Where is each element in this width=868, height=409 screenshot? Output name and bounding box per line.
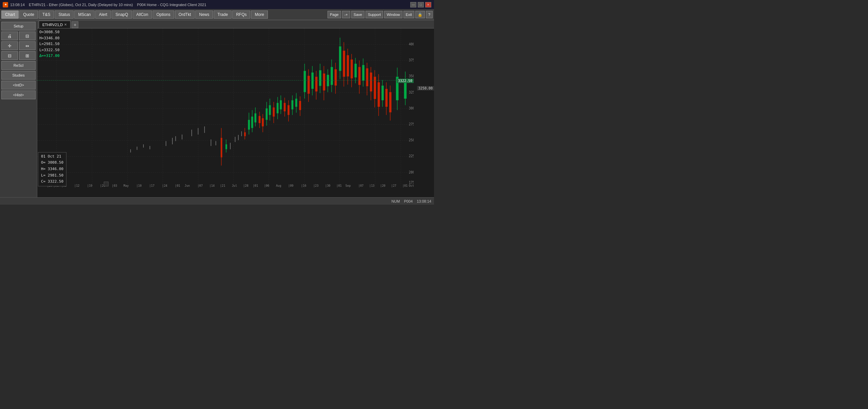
menu-mscan[interactable]: MScan [74, 11, 94, 19]
svg-text:|10: |10 [136, 184, 141, 187]
print-button[interactable]: 🖨 [1, 32, 18, 40]
menu-news[interactable]: News [195, 11, 213, 19]
svg-text:2750.00: 2750.00 [409, 122, 414, 126]
move-button[interactable]: ⇔ [19, 41, 36, 50]
svg-text:2500.00: 2500.00 [409, 138, 414, 142]
svg-rect-104 [319, 70, 321, 86]
svg-rect-101 [315, 77, 318, 91]
menu-options[interactable]: Options [153, 11, 174, 19]
svg-text:|07: |07 [358, 184, 363, 187]
sync-button[interactable]: ⊟ [19, 32, 36, 40]
menu-more[interactable]: More [251, 11, 268, 19]
zoom-in-button[interactable]: ⊞ [19, 51, 36, 60]
svg-rect-71 [277, 103, 279, 114]
svg-text:2250.00: 2250.00 [409, 154, 414, 158]
menu-quote[interactable]: Quote [19, 11, 38, 19]
svg-text:|20: |20 [380, 184, 385, 187]
svg-rect-131 [354, 64, 357, 77]
chart-canvas[interactable]: 4000.00 3750.00 3500.00 3250.00 3000.00 … [37, 28, 414, 188]
svg-rect-140 [366, 68, 369, 86]
svg-rect-125 [347, 55, 349, 77]
title-instrument: Ether (Globex) [49, 3, 73, 7]
svg-text:3000.00: 3000.00 [409, 106, 414, 110]
bottom-ohlc-panel: 01 Oct 21 O= 3008.50 H= 3346.00 L= 2981.… [38, 152, 66, 186]
studies-button[interactable]: Studies [1, 71, 36, 80]
svg-text:|28: |28 [243, 184, 248, 187]
svg-text:|19: |19 [87, 184, 92, 187]
svg-rect-77 [284, 103, 286, 111]
menu-help[interactable]: ? [426, 11, 433, 18]
menu-ordtkt[interactable]: OrdTkt [175, 11, 195, 19]
svg-text:|17: |17 [149, 184, 154, 187]
menu-snapq[interactable]: SnapQ [112, 11, 132, 19]
svg-rect-59 [262, 118, 264, 126]
ohlc-high: H=3346.00 [39, 35, 60, 41]
svg-text:Oct: Oct [409, 184, 414, 187]
status-page: P004 [404, 199, 413, 203]
menu-window[interactable]: Window [384, 11, 402, 18]
rescl-button[interactable]: ReScl [1, 61, 36, 70]
bottom-ohlc-high: H= 3346.00 [41, 166, 63, 172]
ohlc-open: O=3008.50 [39, 29, 60, 35]
svg-text:Jul: Jul [232, 184, 237, 187]
zoom-out-button[interactable]: ⊟ [1, 51, 18, 60]
menu-rfqs[interactable]: RFQs [232, 11, 250, 19]
ohlc-low: L=3322.50 [39, 47, 60, 53]
svg-text:|14: |14 [210, 184, 215, 187]
svg-rect-62 [266, 108, 268, 120]
title-controls: — □ ✕ [410, 2, 431, 7]
svg-rect-134 [358, 67, 361, 85]
icon-row-3: ⊟ ⊞ [1, 51, 36, 60]
nearby-price-label: 3250.00 [417, 86, 434, 90]
svg-rect-122 [343, 51, 345, 77]
svg-rect-119 [339, 46, 341, 71]
svg-rect-65 [269, 105, 271, 115]
icon-row-2: ✛ ⇔ [1, 41, 36, 50]
menu-alert[interactable]: Alert [95, 11, 111, 19]
menu-ts[interactable]: T&S [39, 11, 54, 19]
menu-allcon[interactable]: AllCon [133, 11, 152, 19]
tab-bar: ETHRV21,D ✕ + [37, 20, 434, 28]
svg-text:|16: |16 [301, 184, 306, 187]
title-time: 13:08:14 [10, 3, 25, 7]
crosshair-button[interactable]: ✛ [1, 41, 18, 50]
title-date: Oct 21 [75, 3, 86, 7]
maximize-button[interactable]: □ [418, 2, 424, 7]
svg-rect-152 [381, 86, 384, 100]
intd-button[interactable]: <IntD> [1, 81, 36, 89]
svg-rect-158 [389, 92, 392, 113]
svg-rect-37 [225, 144, 227, 149]
menu-lock[interactable]: 🔒 [415, 11, 425, 18]
ohlc-delta: Δ=+317.00 [39, 53, 60, 59]
svg-text:3500.00: 3500.00 [409, 74, 414, 78]
setup-button[interactable]: Setup [1, 22, 36, 30]
minimize-button[interactable]: — [410, 2, 416, 7]
chart-tab-ethrv21[interactable]: ETHRV21,D ✕ [39, 21, 71, 28]
menu-save[interactable]: Save [351, 11, 364, 18]
svg-rect-128 [351, 60, 353, 79]
svg-text:|06: |06 [264, 184, 269, 187]
close-button[interactable]: ✕ [425, 2, 431, 7]
svg-text:|01: |01 [402, 184, 408, 187]
menu-plusminus[interactable]: -+ [342, 11, 350, 18]
title-bar: ★ 13:08:14 ETHRV21 - Ether (Globex), Oct… [0, 0, 434, 9]
tab-add-button[interactable]: + [72, 21, 78, 28]
svg-text:|13: |13 [369, 184, 374, 187]
svg-rect-143 [370, 73, 372, 91]
color-swatch[interactable] [104, 182, 108, 186]
menu-trade[interactable]: Trade [214, 11, 232, 19]
title-app: CQG Integrated Client 2021 [160, 3, 206, 7]
svg-text:|07: |07 [197, 184, 202, 187]
tab-close-icon[interactable]: ✕ [64, 23, 67, 26]
svg-rect-113 [331, 67, 333, 85]
menu-support[interactable]: Support [366, 11, 383, 18]
hist-button[interactable]: <Hist> [1, 90, 36, 99]
menu-chart[interactable]: Chart [1, 11, 19, 19]
menu-exit[interactable]: Exit [403, 11, 414, 18]
svg-rect-80 [288, 105, 290, 115]
svg-rect-107 [323, 74, 325, 90]
menu-page[interactable]: Page [328, 11, 341, 18]
title-page: P004 Home [137, 3, 157, 7]
menu-status[interactable]: Status [55, 11, 74, 19]
left-sidebar: Setup 🖨 ⊟ ✛ ⇔ ⊟ ⊞ ReScl Studies <IntD> <… [0, 20, 37, 197]
